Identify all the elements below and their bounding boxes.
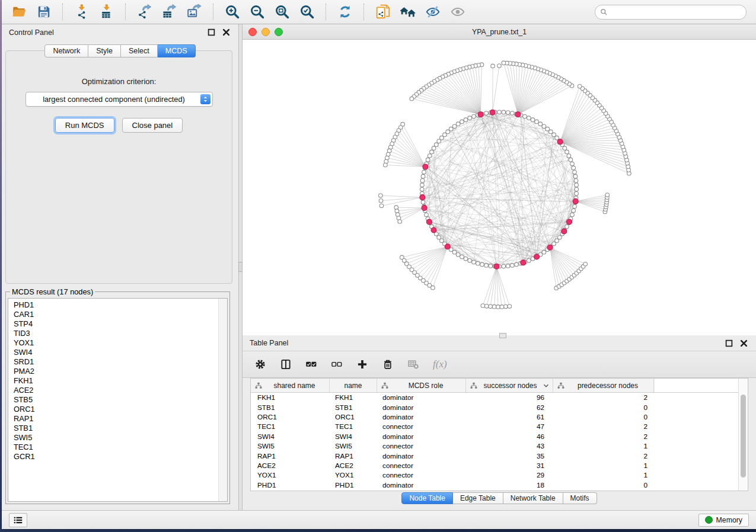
table-row[interactable]: RAP1RAP1dominator352 — [251, 451, 738, 460]
table-row[interactable]: TEC1TEC1connector472 — [251, 422, 738, 431]
export-table-button[interactable] — [159, 2, 180, 21]
plus-button[interactable] — [354, 355, 371, 373]
export-network-button[interactable] — [134, 2, 155, 21]
open-folder-button[interactable] — [8, 2, 30, 21]
table-cell: 18 — [466, 481, 553, 489]
zoom-selected-icon — [299, 4, 315, 20]
table-cell: 43 — [466, 442, 553, 450]
table-cell: FKH1 — [251, 393, 330, 402]
columns-button[interactable] — [277, 355, 294, 373]
table-row[interactable]: PHD1PHD1dominator180 — [251, 480, 738, 490]
gear-button[interactable] — [252, 355, 269, 373]
column-label: predecessor nodes — [564, 382, 651, 390]
zoom-in-button[interactable] — [222, 2, 243, 21]
mcds-result-item[interactable]: TID3 — [8, 329, 218, 338]
column-header-predecessor-nodes[interactable]: predecessor nodes — [553, 379, 654, 392]
column-header-name[interactable]: name — [330, 379, 377, 392]
column-header-successor-nodes[interactable]: successor nodes — [466, 379, 553, 392]
table-cell: dominator — [377, 481, 466, 489]
table-row[interactable]: STB1STB1dominator620 — [251, 402, 738, 412]
app-window: Control Panel NetworkStyleSelectMCDS Opt… — [2, 0, 756, 529]
export-web-document-icon — [375, 4, 391, 20]
run-mcds-button[interactable]: Run MCDS — [55, 118, 114, 133]
tab-edge-table[interactable]: Edge Table — [453, 492, 503, 504]
table-cell: 2 — [553, 452, 654, 460]
mcds-result-item[interactable]: FKH1 — [8, 376, 218, 386]
close-table-panel-icon[interactable] — [740, 339, 748, 347]
save-floppy-button[interactable] — [33, 2, 55, 21]
memory-button[interactable]: Memory — [698, 514, 749, 527]
tab-select[interactable]: Select — [121, 44, 158, 57]
deselect-all-button[interactable] — [328, 355, 345, 373]
import-table-button[interactable] — [96, 2, 117, 21]
trash-button[interactable] — [379, 355, 396, 373]
mcds-result-item[interactable]: SWI5 — [8, 433, 218, 443]
float-table-panel-icon[interactable] — [725, 339, 733, 347]
search-input[interactable] — [611, 8, 741, 17]
network-title: YPA_prune.txt_1 — [243, 28, 756, 36]
zoom-in-icon — [225, 4, 240, 20]
table-panel: Table Panel f(x) shared namenameMCDS rol… — [243, 335, 756, 510]
splitter-grip[interactable] — [238, 262, 243, 272]
mcds-result-item[interactable]: TEC1 — [8, 443, 218, 452]
zoom-fit-button[interactable] — [272, 2, 293, 21]
result-list-scrollbar[interactable] — [218, 299, 227, 501]
float-panel-icon[interactable] — [208, 28, 215, 36]
table-row[interactable]: YOX1YOX1connector291 — [251, 470, 738, 480]
tab-network-table[interactable]: Network Table — [503, 492, 563, 504]
table-cell: RAP1 — [330, 452, 377, 460]
close-panel-icon[interactable] — [222, 28, 230, 36]
mcds-result-item[interactable]: RAP1 — [8, 414, 218, 424]
search-box[interactable] — [595, 5, 747, 20]
table-cell: connector — [377, 471, 466, 479]
tab-mcds[interactable]: MCDS — [158, 44, 196, 57]
tab-style[interactable]: Style — [88, 44, 121, 57]
export-image-icon — [187, 4, 202, 20]
table-row[interactable]: ORC1ORC1dominator610 — [251, 412, 738, 422]
column-header-MCDS-role[interactable]: MCDS role — [377, 379, 466, 392]
mcds-result-item[interactable]: PMA2 — [8, 367, 218, 376]
horizontal-splitter-grip[interactable] — [499, 333, 506, 338]
import-table-icon — [99, 4, 114, 20]
mcds-result-item[interactable]: STP4 — [8, 319, 218, 329]
close-panel-button[interactable]: Close panel — [122, 118, 183, 133]
table-row[interactable]: SWI5SWI5connector431 — [251, 441, 738, 451]
network-canvas[interactable] — [243, 40, 756, 335]
mcds-result-item[interactable]: CAR1 — [8, 310, 218, 319]
optimization-select[interactable]: largest connected component (undirected) — [25, 92, 213, 107]
mcds-result-item[interactable]: STB5 — [8, 395, 218, 405]
mcds-result-item[interactable]: ACE2 — [8, 386, 218, 395]
tab-motifs[interactable]: Motifs — [563, 492, 597, 504]
mcds-result-item[interactable]: GCR1 — [8, 452, 218, 462]
table-cell: 31 — [466, 462, 553, 470]
two-houses-button[interactable] — [397, 2, 419, 21]
table-row[interactable]: SWI4SWI4dominator462 — [251, 432, 738, 441]
tab-network[interactable]: Network — [44, 44, 88, 57]
zoom-selected-button[interactable] — [296, 2, 318, 21]
mcds-result-item[interactable]: YOX1 — [8, 338, 218, 348]
refresh-button[interactable] — [334, 2, 356, 21]
table-row[interactable]: FKH1FKH1dominator962 — [251, 393, 738, 402]
task-history-button[interactable] — [9, 513, 27, 527]
mcds-result-item[interactable]: SRD1 — [8, 357, 218, 367]
mcds-result-item[interactable]: SWI4 — [8, 348, 218, 357]
tab-node-table[interactable]: Node Table — [401, 492, 453, 504]
vertical-splitter[interactable] — [238, 24, 243, 510]
import-network-button[interactable] — [71, 2, 92, 21]
mcds-result-item[interactable]: ORC1 — [8, 405, 218, 414]
mcds-result-item[interactable]: PHD1 — [8, 300, 218, 310]
table-row[interactable]: ACE2ACE2connector311 — [251, 461, 738, 470]
export-image-button[interactable] — [184, 2, 205, 21]
zoom-out-button[interactable] — [247, 2, 268, 21]
table-cell: SWI4 — [330, 432, 377, 441]
mcds-result-item[interactable]: STB1 — [8, 424, 218, 433]
select-all-button[interactable] — [303, 355, 320, 373]
mcds-result-list[interactable]: PHD1CAR1STP4TID3YOX1SWI4SRD1PMA2FKH1ACE2… — [8, 298, 228, 502]
column-label: MCDS role — [388, 382, 463, 390]
eye-slash-button[interactable] — [422, 2, 444, 21]
column-header-shared-name[interactable]: shared name — [251, 379, 330, 392]
table-scrollbar-thumb[interactable] — [741, 395, 746, 477]
table-scrollbar[interactable] — [738, 379, 748, 491]
export-web-document-button[interactable] — [372, 2, 394, 21]
table-cell: 0 — [553, 413, 654, 421]
